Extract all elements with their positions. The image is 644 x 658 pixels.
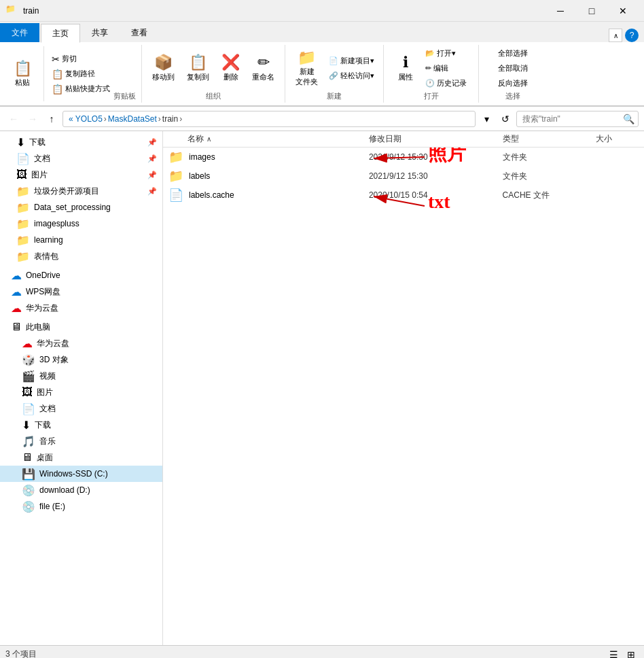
rename-button[interactable]: ✏ 重命名 — [247, 52, 279, 84]
sidebar-item-onedrive[interactable]: ☁ OneDrive — [0, 267, 162, 283]
details-view-button[interactable]: ☰ — [606, 647, 621, 659]
sidebar-item-music[interactable]: 🎵 音乐 — [0, 433, 162, 449]
sidebar-item-downloads2[interactable]: ⬇ 下载 — [0, 417, 162, 433]
ribbon: 文件 主页 共享 查看 ∧ ? 📋 粘贴 ✂ 剪切 📋 — [0, 22, 644, 107]
sidebar-item-c-drive[interactable]: 💾 Windows-SSD (C:) — [0, 466, 162, 482]
table-row[interactable]: 📄 labels.cache 2020/10/15 0:54 CACHE 文件 — [163, 186, 644, 205]
ribbon-collapse-button[interactable]: ∧ — [609, 29, 622, 42]
sidebar-item-thispc[interactable]: 🖥 此电脑 — [0, 319, 162, 335]
back-button[interactable]: ← — [5, 111, 22, 127]
copy-path-button[interactable]: 📋 复制路径 — [48, 67, 113, 81]
move-to-button[interactable]: 📦 移动到 — [147, 52, 179, 84]
sidebar-item-3d[interactable]: 🎲 3D 对象 — [0, 351, 162, 368]
table-row[interactable]: 📁 images 2021/9/12 15:30 文件夹 — [163, 148, 644, 167]
minimize-button[interactable]: ─ — [545, 0, 576, 22]
thispc-icon: 🖥 — [11, 321, 22, 333]
garbage-icon: 📁 — [16, 185, 30, 198]
title-bar: 📁 train ─ □ ✕ — [0, 0, 644, 22]
col-header-name[interactable]: 名称 ∧ — [163, 131, 363, 148]
documents-icon: 📄 — [16, 152, 30, 165]
sidebar-item-pc-huawei[interactable]: ☁ 华为云盘 — [0, 335, 162, 351]
tab-home[interactable]: 主页 — [41, 24, 80, 43]
file-type-cell: 文件夹 — [497, 152, 591, 163]
open-button[interactable]: 📂 打开▾ — [422, 46, 470, 60]
open-group: ℹ 属性 📂 打开▾ ✏ 编辑 🕐 历史记录 打开 — [384, 45, 479, 103]
path-item-current: train — [162, 114, 178, 124]
clipboard-group: 📋 粘贴 ✂ 剪切 📋 复制路径 📋 粘贴快捷方式 剪贴 — [0, 45, 142, 103]
col-header-size[interactable]: 大小 — [590, 131, 644, 148]
sidebar-item-wps[interactable]: ☁ WPS网盘 — [0, 283, 162, 300]
sidebar-item-downloads[interactable]: ⬇ 下载 📌 — [0, 134, 162, 150]
sidebar-item-e-drive[interactable]: 💿 file (E:) — [0, 498, 162, 515]
pc-huawei-icon: ☁ — [22, 337, 33, 350]
paste-button[interactable]: 📋 粘贴 — [5, 58, 39, 90]
sidebar-item-documents2[interactable]: 📄 文档 — [0, 400, 162, 417]
annotation-arrows — [163, 131, 644, 645]
title-bar-title: train — [23, 6, 545, 16]
properties-button[interactable]: ℹ 属性 — [392, 52, 419, 84]
select-none-button[interactable]: 全部取消 — [495, 61, 531, 75]
icon-view-button[interactable]: ⊞ — [624, 647, 639, 659]
sidebar-item-pictures[interactable]: 🖼 图片 📌 — [0, 167, 162, 183]
path-item-1[interactable]: MaskDataSet — [108, 114, 157, 124]
video-icon: 🎬 — [22, 370, 35, 383]
close-button[interactable]: ✕ — [607, 0, 639, 22]
folder-icon-labels: 📁 — [168, 169, 183, 184]
file-name-cell: 📄 labels.cache — [163, 188, 363, 203]
forward-button[interactable]: → — [24, 111, 41, 127]
cut-button[interactable]: ✂ 剪切 — [48, 52, 113, 66]
sidebar-item-dataset[interactable]: 📁 Data_set_processing — [0, 199, 162, 215]
delete-icon: ❌ — [221, 54, 240, 71]
learning-icon: 📁 — [16, 234, 30, 247]
sidebar-item-learning[interactable]: 📁 learning — [0, 232, 162, 248]
help-button[interactable]: ? — [625, 29, 639, 42]
d-drive-icon: 💿 — [22, 484, 35, 497]
sidebar-item-desktop[interactable]: 🖥 桌面 — [0, 449, 162, 466]
c-drive-icon: 💾 — [22, 468, 35, 481]
title-bar-controls: ─ □ ✕ — [545, 0, 639, 22]
new-item-button[interactable]: 📄 新建项目▾ — [325, 54, 378, 67]
edit-button[interactable]: ✏ 编辑 — [422, 61, 470, 75]
search-input[interactable] — [516, 111, 639, 127]
history-button[interactable]: 🕐 历史记录 — [422, 76, 470, 90]
col-header-date[interactable]: 修改日期 — [363, 131, 497, 148]
sidebar-item-documents[interactable]: 📄 文档 📌 — [0, 150, 162, 167]
documents2-icon: 📄 — [22, 402, 35, 415]
invert-select-button[interactable]: 反向选择 — [495, 76, 531, 90]
easy-access-button[interactable]: 🔗 轻松访问▾ — [325, 69, 378, 82]
dataset-icon: 📁 — [16, 201, 30, 214]
sidebar-item-pictures2[interactable]: 🖼 图片 — [0, 384, 162, 400]
search-wrap: 🔍 — [516, 111, 639, 127]
sidebar: ⬇ 下载 📌 📄 文档 📌 🖼 图片 📌 📁 垃圾分类开源项目 📌 📁 Data… — [0, 131, 163, 645]
music-icon: 🎵 — [22, 435, 35, 448]
table-row[interactable]: 📁 labels 2021/9/12 15:30 文件夹 — [163, 167, 644, 186]
copy-to-button[interactable]: 📋 复制到 — [182, 52, 214, 84]
dropdown-button[interactable]: ▾ — [478, 111, 495, 127]
select-all-button[interactable]: 全部选择 — [495, 46, 531, 60]
pin-icon-4: 📌 — [147, 187, 157, 196]
move-to-icon: 📦 — [154, 54, 173, 71]
sidebar-item-d-drive[interactable]: 💿 download (D:) — [0, 482, 162, 498]
tab-view[interactable]: 查看 — [120, 23, 159, 42]
tab-file[interactable]: 文件 — [0, 23, 39, 42]
up-button[interactable]: ↑ — [43, 111, 60, 127]
sidebar-item-garbage[interactable]: 📁 垃圾分类开源项目 📌 — [0, 183, 162, 199]
delete-button[interactable]: ❌ 删除 — [217, 52, 245, 84]
path-item-0[interactable]: « YOLO5 — [69, 114, 103, 124]
file-area: 名称 ∧ 修改日期 类型 大小 📁 images 2021/9/12 15:30… — [163, 131, 644, 645]
file-list-header: 名称 ∧ 修改日期 类型 大小 — [163, 131, 644, 148]
sidebar-item-huawei-cloud[interactable]: ☁ 华为云盘 — [0, 300, 162, 316]
organize-group: 📦 移动到 📋 复制到 ❌ 删除 ✏ 重命名 组织 — [142, 45, 285, 103]
sidebar-item-video[interactable]: 🎬 视频 — [0, 368, 162, 384]
tab-share[interactable]: 共享 — [80, 23, 120, 42]
address-path: « YOLO5 › MaskDataSet › train › — [62, 111, 476, 127]
new-folder-button[interactable]: 📁 新建 文件夹 — [291, 47, 323, 89]
sidebar-item-emoji[interactable]: 📁 表情包 — [0, 248, 162, 264]
sidebar-item-imagespluss[interactable]: 📁 imagespluss — [0, 215, 162, 232]
refresh-button[interactable]: ↺ — [497, 111, 514, 127]
col-header-type[interactable]: 类型 — [497, 131, 591, 148]
file-date-cell: 2021/9/12 15:30 — [363, 152, 497, 162]
maximize-button[interactable]: □ — [576, 0, 607, 22]
pin-icon-3: 📌 — [147, 171, 157, 179]
paste-shortcut-button[interactable]: 📋 粘贴快捷方式 — [48, 82, 113, 96]
